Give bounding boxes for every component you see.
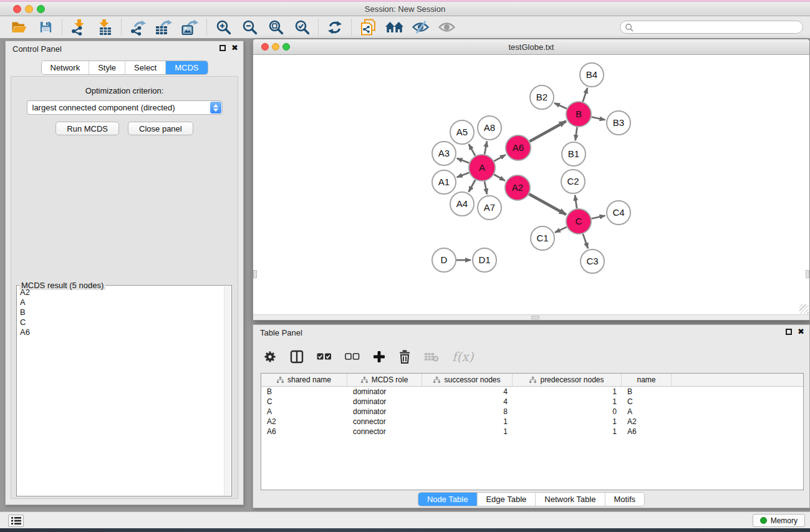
table-cell[interactable]: 1: [513, 427, 622, 437]
table-cell[interactable]: A2: [261, 417, 347, 427]
import-table-icon[interactable]: [92, 17, 118, 37]
table-cell[interactable]: C: [622, 397, 672, 407]
table-row[interactable]: A2connector11A2: [261, 417, 803, 427]
memory-button[interactable]: Memory: [753, 514, 805, 527]
bottom-scrollbar-grip[interactable]: [531, 316, 539, 319]
tab-motifs[interactable]: Motifs: [604, 493, 644, 506]
edge-C-C1[interactable]: [555, 227, 567, 233]
zoom-window-button[interactable]: [37, 5, 45, 13]
minimize-window-button[interactable]: [25, 5, 33, 13]
resize-grip-icon[interactable]: [799, 304, 809, 314]
table-cell[interactable]: 1: [513, 397, 622, 407]
float-panel-icon[interactable]: [219, 45, 226, 51]
open-session-icon[interactable]: [6, 17, 32, 37]
table-row[interactable]: A6connector11A6: [261, 427, 803, 437]
export-image-icon[interactable]: [177, 17, 203, 37]
task-history-button[interactable]: [8, 515, 24, 527]
edge-B-B1[interactable]: [576, 127, 577, 140]
float-panel-icon[interactable]: [786, 329, 792, 335]
table-cell[interactable]: B: [622, 387, 672, 397]
save-session-icon[interactable]: [32, 17, 59, 37]
delete-table-icon[interactable]: [424, 351, 439, 362]
result-scrollbar[interactable]: [224, 286, 231, 495]
add-column-icon[interactable]: [373, 351, 385, 363]
zoom-in-icon[interactable]: [210, 17, 236, 37]
table-cell[interactable]: 1: [422, 427, 513, 437]
table-cell[interactable]: 4: [422, 397, 513, 407]
edge-A6-B[interactable]: [529, 121, 566, 142]
table-row[interactable]: Bdominator41B: [261, 387, 803, 397]
tab-style[interactable]: Style: [89, 61, 125, 74]
delete-column-icon[interactable]: [398, 350, 411, 364]
edge-C-C3[interactable]: [583, 234, 588, 248]
table-cell[interactable]: C: [261, 397, 347, 407]
result-list-item[interactable]: A: [18, 297, 223, 307]
table-cell[interactable]: A: [622, 407, 672, 417]
edge-B-B4[interactable]: [583, 88, 587, 102]
network-minimize-button[interactable]: [272, 43, 279, 51]
table-cell[interactable]: 1: [513, 417, 622, 427]
edge-A-A4[interactable]: [469, 180, 476, 191]
column-header-successor-nodes[interactable]: successor nodes: [422, 374, 513, 386]
table-cell[interactable]: B: [261, 387, 347, 397]
table-cell[interactable]: connector: [347, 427, 422, 437]
edge-A-A7[interactable]: [485, 181, 487, 195]
select-all-icon[interactable]: [317, 353, 332, 360]
tab-mcds[interactable]: MCDS: [165, 61, 207, 74]
column-header-MCDS-role[interactable]: MCDS role: [347, 374, 422, 386]
refresh-layout-icon[interactable]: [322, 17, 348, 37]
table-cell[interactable]: dominator: [347, 397, 422, 407]
network-overview-icon[interactable]: [381, 17, 407, 37]
table-cell[interactable]: dominator: [347, 407, 422, 417]
table-cell[interactable]: 0: [513, 407, 622, 417]
result-list-item[interactable]: B: [18, 307, 223, 317]
deselect-all-icon[interactable]: [345, 353, 360, 360]
tab-edge-table[interactable]: Edge Table: [476, 493, 535, 506]
edge-B-B2[interactable]: [554, 103, 567, 109]
table-cell[interactable]: 1: [513, 387, 622, 397]
table-cell[interactable]: A6: [622, 427, 672, 437]
edge-A-A3[interactable]: [457, 158, 470, 163]
result-list-item[interactable]: A2: [18, 288, 223, 297]
right-scrollbar-grip[interactable]: [806, 270, 809, 278]
show-columns-icon[interactable]: [290, 350, 304, 364]
table-cell[interactable]: dominator: [347, 387, 422, 397]
tab-network[interactable]: Network: [41, 61, 89, 74]
tab-network-table[interactable]: Network Table: [535, 493, 604, 506]
tab-node-table[interactable]: Node Table: [418, 493, 477, 506]
zoom-out-icon[interactable]: [236, 17, 263, 37]
export-network-icon[interactable]: [125, 17, 151, 37]
close-panel-button[interactable]: Close panel: [128, 122, 193, 135]
edge-C-C2[interactable]: [575, 195, 577, 208]
search-box[interactable]: [620, 21, 803, 34]
criterion-dropdown[interactable]: largest connected component (directed): [27, 100, 223, 115]
table-cell[interactable]: A2: [622, 417, 672, 427]
node-table[interactable]: shared nameMCDS rolesuccessor nodesprede…: [261, 373, 804, 490]
close-panel-icon[interactable]: ✖: [231, 44, 238, 52]
close-window-button[interactable]: [13, 5, 21, 13]
export-table-icon[interactable]: [151, 17, 177, 37]
table-cell[interactable]: 4: [422, 387, 513, 397]
zoom-selected-icon[interactable]: [289, 17, 315, 37]
edge-A-A1[interactable]: [457, 173, 470, 177]
edge-A-A8[interactable]: [485, 142, 487, 155]
edge-A2-C[interactable]: [529, 194, 566, 215]
network-canvas[interactable]: AA1A2A3A4A5A6A7A8BB1B2B3B4CC1C2C3C4DD1: [253, 55, 809, 314]
show-graphics-details-icon[interactable]: [433, 17, 460, 37]
table-row[interactable]: Cdominator41C: [261, 397, 803, 407]
clone-network-icon[interactable]: [355, 17, 381, 37]
table-cell[interactable]: 8: [422, 407, 513, 417]
table-cell[interactable]: connector: [347, 417, 422, 427]
edge-A-A6[interactable]: [494, 155, 506, 161]
table-cell[interactable]: 1: [422, 417, 513, 427]
network-zoom-button[interactable]: [282, 43, 290, 51]
network-graph[interactable]: AA1A2A3A4A5A6A7A8BB1B2B3B4CC1C2C3C4DD1: [253, 55, 809, 314]
mcds-result-list[interactable]: A2ABCA6: [18, 288, 223, 495]
edge-A-A2[interactable]: [494, 175, 505, 181]
hide-graphics-details-icon[interactable]: [407, 17, 433, 37]
table-options-icon[interactable]: [263, 350, 277, 364]
search-input[interactable]: [634, 22, 803, 32]
function-builder-icon[interactable]: f(x): [452, 349, 473, 364]
table-cell[interactable]: A: [261, 407, 347, 417]
edge-C-C4[interactable]: [592, 216, 605, 219]
